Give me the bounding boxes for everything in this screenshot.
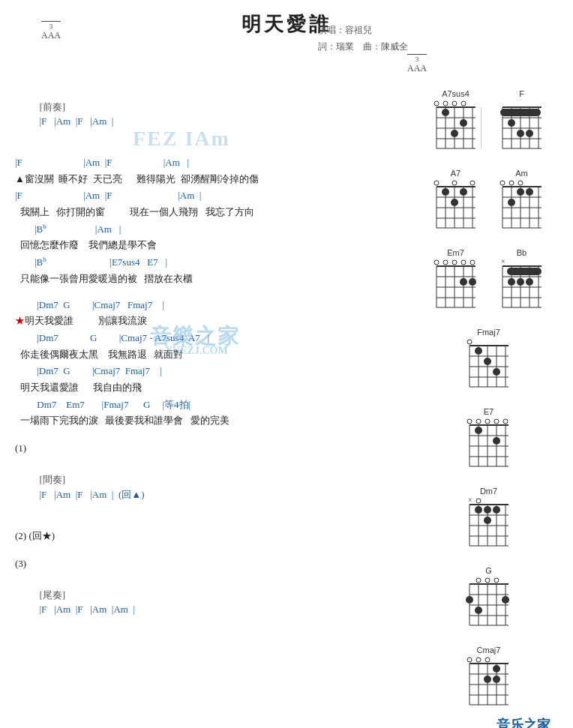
svg-point-126 bbox=[493, 437, 500, 445]
svg-point-107 bbox=[475, 347, 482, 355]
chord-a7sus4: A7sus4 bbox=[430, 89, 482, 152]
verse1-lyric1: ▲窗沒關 睡不好 天已亮 難得陽光 卻湧醒剛冷掉的傷 bbox=[15, 172, 412, 187]
svg-point-12 bbox=[443, 101, 448, 106]
chorus-lyric2: 你走後偶爾夜太黑 我無路退 就面對 bbox=[15, 347, 412, 363]
svg-point-17 bbox=[451, 130, 458, 137]
svg-point-139 bbox=[475, 506, 482, 514]
chords-sidebar: A7sus4 bbox=[419, 82, 558, 722]
svg-point-61 bbox=[508, 199, 515, 206]
svg-point-30 bbox=[517, 130, 524, 137]
interlude-line: [間奏] |F |Am |F |Am | (回▲) bbox=[15, 458, 412, 517]
page: 3 AAA 明天愛誰 演唱：容祖兒 詞：瑞業 曲：陳威全 3 AAA 音樂之家 … bbox=[0, 0, 573, 728]
section-1: (1) [間奏] |F |Am |F |Am | (回▲) bbox=[15, 441, 412, 517]
chorus-chord1: |Dm7 G |Cmaj7 Fmaj7 | bbox=[15, 298, 412, 313]
svg-point-120 bbox=[467, 419, 472, 424]
chorus-lyric1: ★明天我愛誰 別讓我流淚 bbox=[15, 313, 412, 329]
chord-row-8: Cmaj7 bbox=[419, 643, 558, 716]
interlude-label: [間奏] bbox=[40, 474, 66, 485]
chord-row-6: Dm7 × bbox=[419, 484, 558, 557]
chord-dm7: Dm7 × bbox=[464, 487, 514, 550]
svg-point-62 bbox=[517, 188, 524, 196]
svg-point-93 bbox=[508, 278, 515, 286]
svg-point-14 bbox=[461, 101, 466, 106]
meta-info: 演唱：容祖兒 詞：瑞業 曲：陳威全 bbox=[318, 22, 408, 55]
svg-point-78 bbox=[470, 260, 475, 265]
lyrics-composer: 詞：瑞業 曲：陳威全 bbox=[318, 39, 408, 55]
lyrics-section: [前奏] |F |Am |F |Am | |F |Am |F |Am | ▲窗沒… bbox=[15, 82, 419, 722]
chorus-lyric3: 明天我還愛誰 我自由的飛 bbox=[15, 380, 412, 396]
outro-line: [尾奏] |F |Am |F |Am |Am | bbox=[15, 573, 412, 631]
svg-point-44 bbox=[470, 181, 475, 185]
chord-row-7: G bbox=[419, 563, 558, 637]
section-1-num: (1) bbox=[15, 441, 412, 457]
chorus-chord4: Dm7 Em7 |Fmaj7 G |等4拍| bbox=[15, 397, 412, 412]
verse1-lyric4: 只能像一張曾用愛暖過的被 摺放在衣櫃 bbox=[15, 271, 412, 287]
chord-fmaj7: Fmaj7 bbox=[464, 328, 514, 391]
svg-point-108 bbox=[484, 358, 491, 365]
svg-point-47 bbox=[451, 199, 458, 206]
chord-row-1: A7sus4 bbox=[419, 86, 558, 160]
prelude-label: [前奏] bbox=[40, 101, 66, 112]
svg-point-169 bbox=[467, 658, 472, 662]
svg-point-79 bbox=[460, 278, 467, 286]
svg-point-155 bbox=[494, 578, 499, 583]
svg-point-158 bbox=[502, 596, 509, 604]
verse1-chord1: |F |Am |F |Am | bbox=[15, 155, 412, 170]
svg-point-29 bbox=[508, 119, 515, 127]
svg-point-76 bbox=[452, 260, 457, 265]
svg-point-109 bbox=[493, 368, 500, 376]
svg-point-172 bbox=[493, 665, 500, 673]
logo-cn: 音乐之家 bbox=[496, 716, 550, 728]
verse1-chord3: |Bb |Am | bbox=[15, 222, 412, 237]
svg-point-138 bbox=[476, 499, 481, 503]
svg-point-80 bbox=[469, 278, 476, 286]
svg-point-63 bbox=[526, 188, 533, 196]
section-3-num: (3) bbox=[15, 556, 412, 572]
verse1-section: |F |Am |F |Am | ▲窗沒關 睡不好 天已亮 難得陽光 卻湧醒剛冷掉… bbox=[15, 155, 412, 287]
svg-text:×: × bbox=[468, 497, 472, 504]
section-3: (3) [尾奏] |F |Am |F |Am |Am | bbox=[15, 556, 412, 632]
svg-point-157 bbox=[475, 607, 482, 614]
bottom-logo: 音乐之家 yinyuezj.com bbox=[496, 716, 550, 728]
prelude-line: [前奏] |F |Am |F |Am | bbox=[15, 85, 412, 143]
svg-point-142 bbox=[484, 517, 491, 524]
aaa-top-label: 3 AAA bbox=[41, 21, 61, 41]
svg-point-42 bbox=[434, 181, 439, 185]
svg-point-140 bbox=[484, 506, 491, 514]
chord-e7: E7 bbox=[464, 407, 514, 470]
chorus-chord3: |Dm7 G |Cmaj7 Fmaj7 | bbox=[15, 364, 412, 379]
svg-point-16 bbox=[460, 119, 467, 127]
svg-point-11 bbox=[434, 101, 439, 106]
svg-point-106 bbox=[467, 340, 472, 344]
svg-point-173 bbox=[484, 676, 491, 683]
chord-a7: A7 bbox=[430, 169, 482, 232]
svg-point-94 bbox=[517, 278, 524, 286]
svg-point-74 bbox=[434, 260, 439, 265]
chord-am: Am bbox=[496, 169, 548, 232]
aaa-right-label: 3 AAA bbox=[407, 54, 427, 74]
section-2: (2) (回★) bbox=[15, 529, 412, 544]
svg-point-153 bbox=[476, 578, 481, 583]
svg-point-123 bbox=[494, 419, 499, 424]
prelude-section: [前奏] |F |Am |F |Am | bbox=[15, 85, 412, 143]
svg-point-124 bbox=[503, 419, 508, 424]
chorus-chord2: |Dm7 G |Cmaj7 - A7sus4 A7 | bbox=[15, 331, 412, 346]
chorus-section: |Dm7 G |Cmaj7 Fmaj7 | ★明天我愛誰 別讓我流淚 |Dm7 … bbox=[15, 298, 412, 429]
svg-point-75 bbox=[443, 260, 448, 265]
svg-rect-92 bbox=[507, 268, 542, 275]
svg-point-170 bbox=[476, 658, 481, 662]
svg-text:×: × bbox=[501, 259, 506, 265]
svg-point-171 bbox=[485, 658, 490, 662]
svg-point-156 bbox=[466, 596, 473, 604]
section-2-repeat: (2) (回★) bbox=[15, 529, 412, 544]
chorus-lyric4: 一場雨下完我的淚 最後要我和誰學會 愛的完美 bbox=[15, 413, 412, 429]
svg-point-77 bbox=[461, 260, 466, 265]
chord-g: G bbox=[464, 566, 514, 629]
performer: 演唱：容祖兒 bbox=[318, 22, 408, 39]
song-title: 明天愛誰 bbox=[15, 11, 558, 37]
svg-point-31 bbox=[526, 130, 533, 137]
svg-point-60 bbox=[518, 181, 523, 185]
chord-bb: Bb × bbox=[496, 248, 548, 311]
verse1-chord4: |Bb |E7sus4 E7 | bbox=[15, 255, 412, 270]
svg-point-174 bbox=[493, 676, 500, 683]
